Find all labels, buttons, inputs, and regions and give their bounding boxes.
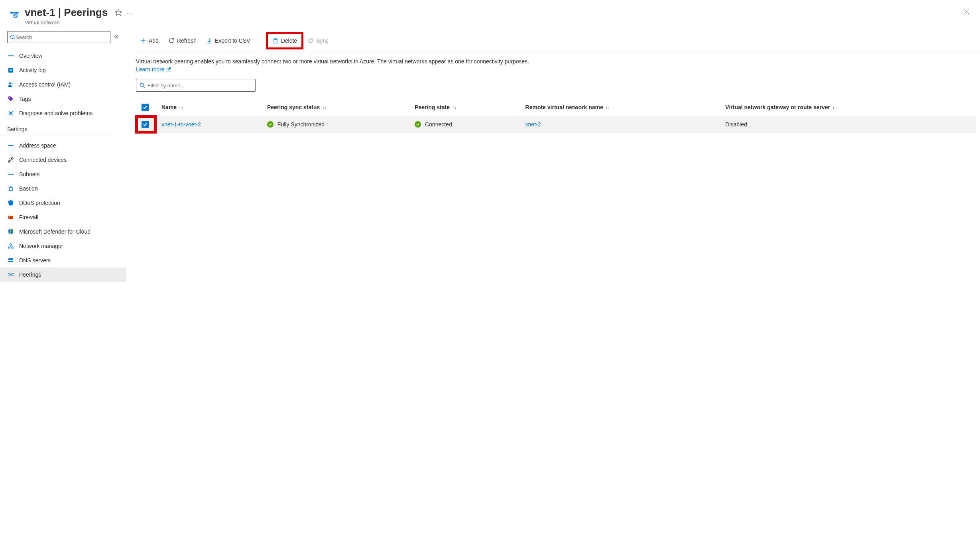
subnets-icon: [7, 171, 14, 178]
sort-icon: ↑↓: [179, 105, 183, 110]
gateway-value: Disabled: [725, 121, 747, 128]
sidebar-item-label: Activity log: [19, 67, 46, 73]
sidebar-item-connected-devices[interactable]: Connected devices: [0, 153, 126, 167]
sidebar-item-label: Tags: [19, 96, 31, 102]
column-sync-status[interactable]: Peering sync status ↑↓: [262, 99, 409, 116]
filter-input[interactable]: [148, 83, 252, 89]
learn-more-label: Learn more: [136, 66, 165, 74]
page-subtitle: Virtual network: [25, 20, 108, 26]
sidebar-item-firewall[interactable]: Firewall: [0, 210, 126, 224]
sidebar-item-access-control[interactable]: Access control (IAM): [0, 77, 126, 92]
sidebar-item-diagnose[interactable]: Diagnose and solve problems: [0, 106, 126, 120]
svg-point-13: [9, 83, 11, 85]
svg-point-22: [12, 174, 13, 175]
sync-button: Sync: [303, 35, 333, 46]
sidebar-search[interactable]: [7, 31, 110, 43]
svg-rect-23: [9, 188, 12, 191]
select-all-checkbox[interactable]: [142, 104, 149, 111]
bastion-icon: [7, 185, 14, 192]
defender-icon: [7, 228, 14, 235]
sidebar-item-label: Overview: [19, 53, 42, 59]
column-name[interactable]: Name ↑↓: [156, 99, 262, 116]
sort-icon: ↑↓: [606, 105, 610, 110]
external-link-icon: [166, 67, 171, 72]
svg-line-42: [168, 68, 170, 70]
svg-point-6: [11, 35, 14, 39]
column-remote[interactable]: Remote virtual network name ↑↓: [520, 99, 720, 116]
svg-rect-10: [8, 68, 13, 73]
sidebar-item-label: Address space: [19, 142, 56, 149]
sidebar-item-defender[interactable]: Microsoft Defender for Cloud: [0, 224, 126, 239]
sidebar-item-subnets[interactable]: Subnets: [0, 167, 126, 181]
collapse-sidebar-icon[interactable]: [114, 34, 119, 41]
delete-button[interactable]: Delete: [268, 33, 302, 48]
column-state[interactable]: Peering state ↑↓: [409, 99, 520, 116]
refresh-button[interactable]: Refresh: [164, 35, 201, 46]
sync-icon: [307, 37, 314, 44]
peering-name-link[interactable]: vnet-1-to-vnet-2: [161, 121, 201, 128]
success-icon: [267, 121, 274, 128]
svg-point-17: [9, 145, 10, 146]
filter-input-wrapper[interactable]: [136, 79, 256, 92]
sidebar-search-input[interactable]: [16, 34, 108, 40]
connected-devices-icon: [7, 156, 14, 163]
svg-point-8: [9, 55, 10, 57]
firewall-icon: [7, 214, 14, 221]
export-csv-button[interactable]: Export to CSV: [202, 35, 254, 46]
diagnose-icon: [7, 110, 14, 117]
refresh-icon: [168, 37, 175, 44]
network-manager-icon: [7, 242, 14, 250]
column-gateway[interactable]: Virtual network gateway or route server …: [720, 99, 976, 116]
sidebar-item-address-space[interactable]: Address space: [0, 138, 126, 153]
tags-icon: [7, 95, 14, 102]
page-header: vnet-1 | Peerings Virtual network ···: [0, 0, 980, 30]
sidebar-item-ddos[interactable]: DDoS protection: [0, 196, 126, 210]
activity-log-icon: [7, 67, 14, 74]
sidebar-item-overview[interactable]: Overview: [0, 49, 126, 63]
sidebar-item-label: Access control (IAM): [19, 81, 71, 88]
sidebar-item-label: Bastion: [19, 185, 38, 192]
state-value: Connected: [425, 121, 452, 128]
sort-icon: ↑↓: [452, 105, 457, 110]
learn-more-link[interactable]: Learn more: [136, 66, 171, 74]
sidebar-item-tags[interactable]: Tags: [0, 92, 126, 106]
add-button[interactable]: Add: [136, 35, 163, 46]
table-row[interactable]: vnet-1-to-vnet-2 Fully Synchronized Conn…: [136, 116, 976, 133]
svg-point-18: [12, 145, 13, 146]
dns-servers-icon: [7, 257, 14, 264]
sidebar-item-label: Subnets: [19, 171, 39, 177]
sidebar-item-activity-log[interactable]: Activity log: [0, 63, 126, 77]
row-checkbox[interactable]: [142, 121, 149, 128]
svg-point-9: [12, 55, 13, 57]
access-control-icon: [7, 81, 14, 88]
toolbar-separator: [261, 36, 261, 45]
close-icon[interactable]: [963, 8, 970, 16]
sidebar-item-label: DNS servers: [19, 257, 51, 264]
sidebar: Overview Activity log Access control (IA…: [0, 30, 126, 535]
svg-rect-29: [8, 258, 13, 260]
toolbar: Add Refresh Export to CSV Delete Sy: [136, 30, 980, 51]
more-actions-icon[interactable]: ···: [127, 10, 134, 16]
sidebar-item-peerings[interactable]: Peerings: [0, 268, 126, 282]
sidebar-item-network-manager[interactable]: Network manager: [0, 239, 126, 253]
sidebar-section-settings: Settings: [0, 120, 112, 134]
sidebar-item-dns-servers[interactable]: DNS servers: [0, 253, 126, 268]
peerings-table: Name ↑↓ Peering sync status ↑↓ Peering s…: [136, 99, 976, 133]
favorite-star-icon[interactable]: [115, 9, 122, 17]
refresh-label: Refresh: [177, 37, 197, 44]
sort-icon: ↑↓: [832, 105, 837, 110]
sidebar-item-label: DDoS protection: [19, 200, 60, 206]
address-space-icon: [7, 142, 14, 149]
delete-label: Delete: [281, 37, 297, 44]
remote-vnet-link[interactable]: vnet-2: [525, 121, 541, 128]
export-label: Export to CSV: [215, 37, 250, 44]
svg-point-43: [140, 83, 144, 87]
svg-rect-25: [9, 216, 10, 217]
svg-point-21: [9, 174, 10, 175]
sidebar-item-label: Peerings: [19, 271, 41, 278]
svg-point-14: [12, 83, 13, 85]
sidebar-item-bastion[interactable]: Bastion: [0, 181, 126, 196]
svg-line-44: [144, 87, 145, 88]
sidebar-item-label: Network manager: [19, 243, 63, 249]
search-icon: [140, 83, 145, 88]
